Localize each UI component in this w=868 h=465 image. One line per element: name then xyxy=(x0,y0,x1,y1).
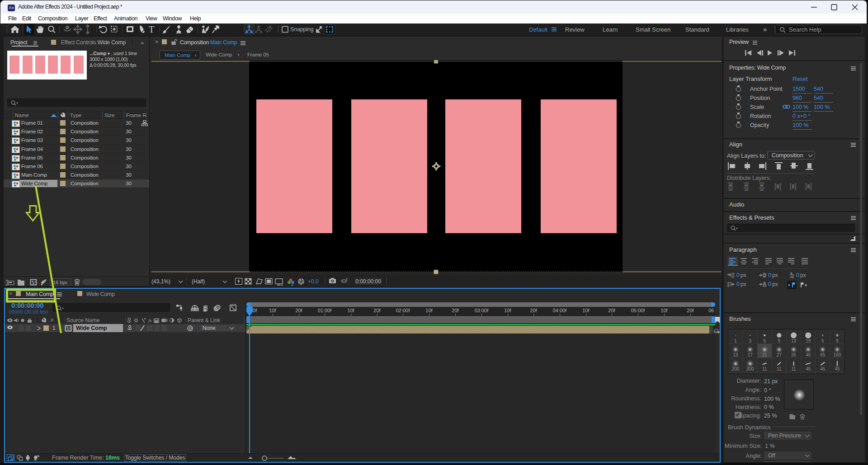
svg-text:5: 5 xyxy=(764,338,766,343)
svg-text:px: px xyxy=(772,281,778,287)
svg-text:45: 45 xyxy=(806,352,811,357)
svg-text:17: 17 xyxy=(748,352,753,357)
svg-text:px: px xyxy=(772,272,778,278)
svg-text:19: 19 xyxy=(806,338,811,343)
svg-text:13: 13 xyxy=(733,352,739,357)
svg-text:11: 11 xyxy=(762,366,767,371)
svg-text:0: 0 xyxy=(736,281,740,287)
svg-text:45: 45 xyxy=(820,366,826,371)
svg-text:27: 27 xyxy=(777,352,782,357)
svg-text:100: 100 xyxy=(834,352,841,357)
svg-text:0: 0 xyxy=(768,272,771,278)
svg-text:35: 35 xyxy=(791,352,797,357)
svg-text:45: 45 xyxy=(806,366,811,371)
svg-text:65: 65 xyxy=(820,352,826,357)
svg-text:300: 300 xyxy=(746,366,754,371)
svg-text:5: 5 xyxy=(821,338,824,343)
svg-text:px: px xyxy=(800,272,806,278)
svg-text:9: 9 xyxy=(778,338,781,343)
svg-text:13: 13 xyxy=(791,338,797,343)
svg-text:0: 0 xyxy=(736,272,740,278)
svg-text:9: 9 xyxy=(836,338,839,343)
svg-text:11: 11 xyxy=(777,366,782,371)
svg-text:45: 45 xyxy=(835,366,840,371)
svg-text:px: px xyxy=(741,281,746,287)
svg-text:0: 0 xyxy=(796,272,799,278)
svg-text:px: px xyxy=(741,272,746,278)
svg-text:1: 1 xyxy=(734,338,737,343)
svg-text:11: 11 xyxy=(791,366,796,371)
svg-text:T: T xyxy=(149,24,154,34)
svg-text:fx: fx xyxy=(148,318,152,323)
svg-text:3: 3 xyxy=(749,338,751,343)
svg-text:21: 21 xyxy=(762,352,768,357)
svg-text:0: 0 xyxy=(768,281,771,287)
svg-text:200: 200 xyxy=(732,366,740,371)
